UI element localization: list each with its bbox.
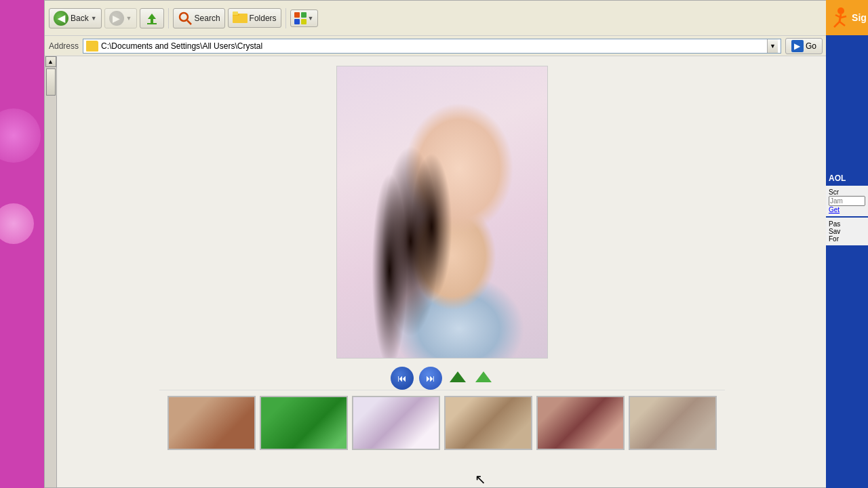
svg-point-2 [180,13,188,21]
download-icon [144,11,159,26]
views-grid-icon [294,12,307,24]
go-label: Go [806,41,816,51]
folders-icon [233,11,248,25]
svg-rect-6 [233,12,238,15]
svg-line-3 [187,20,191,24]
previous-button[interactable]: ⏮ [391,367,414,390]
thumbnail-2[interactable] [260,396,348,450]
views-button[interactable]: ▼ [290,9,318,27]
playback-controls: ⏮ ⏭ [391,367,494,390]
rotate-right-icon [474,369,493,388]
back-icon: ◀ [54,11,68,26]
go-arrow-icon: ▶ [791,40,804,52]
forward-button[interactable]: ▶ ▼ [104,8,137,28]
svg-point-9 [837,7,844,14]
running-figure-icon [827,5,852,30]
download-button[interactable] [140,8,164,28]
svg-marker-7 [450,371,466,382]
toolbar-separator-1 [168,8,169,28]
thumbnail-1[interactable] [167,396,256,450]
thumbnail-4[interactable] [444,396,532,450]
sidebar-pas-section: Pas Sav For [826,218,868,245]
left-circle-decoration-2 [0,203,34,244]
rotate-left-button[interactable] [448,368,468,388]
main-content: ▲ ⏮ ⏭ [45,56,827,487]
save-label: Sav [829,228,865,235]
forward-icon: ▶ [109,11,124,26]
left-decorative-panel [0,0,44,488]
scrollbar[interactable]: ▲ [45,56,57,487]
toolbar-separator-2 [285,8,286,28]
svg-line-12 [840,22,845,26]
svg-marker-8 [475,371,492,382]
address-input-wrap: ▼ [83,39,781,54]
next-button[interactable]: ⏭ [419,367,442,390]
toolbar: ◀ Back ▼ ▶ ▼ Search [45,1,827,36]
aol-label: AOL [829,174,865,183]
rotate-left-icon [448,369,467,388]
svg-marker-0 [148,14,156,23]
search-button[interactable]: Search [173,8,225,28]
address-label: Address [49,41,79,51]
forward-dropdown-arrow: ▼ [126,15,132,22]
svg-line-14 [841,16,846,18]
sidebar-aol-section: AOL [826,171,868,186]
browser-window: ◀ Back ▼ ▶ ▼ Search [44,0,827,488]
scroll-thumb[interactable] [46,68,56,96]
thumbnail-strip [159,390,725,455]
main-photo-container [336,66,548,359]
search-icon [178,11,193,26]
address-input[interactable] [101,41,764,51]
pas-label: Pas [829,220,865,228]
thumbnail-3[interactable] [352,396,440,450]
previous-icon: ⏮ [397,373,407,384]
sidebar-name-input[interactable] [829,196,865,206]
sidebar-top-strip: Sig [826,0,868,35]
address-bar: Address ▼ ▶ Go [45,36,827,56]
next-icon: ⏭ [426,373,435,384]
back-dropdown-arrow: ▼ [91,15,97,22]
rotate-right-button[interactable] [473,368,494,388]
sidebar-blue-block [826,35,868,171]
scroll-track[interactable] [45,67,56,487]
back-button[interactable]: ◀ Back ▼ [49,8,102,28]
svg-line-11 [834,22,840,27]
svg-rect-1 [147,23,157,24]
search-label: Search [195,14,220,23]
address-dropdown-arrow[interactable]: ▼ [767,39,778,53]
address-folder-icon [86,41,98,52]
go-button[interactable]: ▶ Go [785,38,823,54]
sig-label: Sig [852,12,867,23]
get-label[interactable]: Get [829,206,865,214]
main-photo [337,66,547,358]
scroll-up-button[interactable]: ▲ [45,56,56,67]
folders-button[interactable]: Folders [228,8,281,28]
thumbnail-6[interactable] [629,396,717,450]
folders-label: Folders [250,14,277,23]
scr-label: Scr [829,188,865,196]
views-dropdown-arrow: ▼ [308,15,314,22]
left-circle-decoration [0,108,41,163]
right-sidebar: Sig AOL Scr Get Pas Sav For [826,0,868,488]
for-label: For [829,235,865,243]
mouse-cursor: ↖ [475,471,486,487]
back-label: Back [71,14,89,23]
photo-viewer-area: ⏮ ⏭ ↖ [57,56,827,487]
sidebar-scr-section: Scr Get [826,186,868,216]
thumbnail-5[interactable] [536,396,625,450]
